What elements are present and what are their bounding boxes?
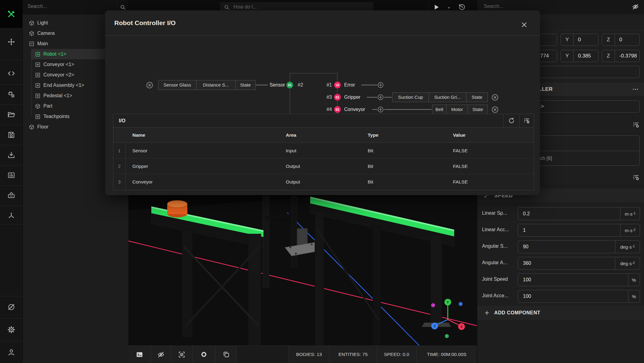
rail-item-simulation-settings[interactable] [7, 91, 15, 99]
play-button[interactable] [432, 3, 440, 11]
column-value[interactable]: Value [446, 132, 534, 138]
hide-button[interactable] [632, 3, 639, 10]
collapse-box-icon[interactable] [29, 41, 35, 47]
port-number: #3 [322, 94, 332, 100]
gripper-port-badge[interactable]: 01 [334, 94, 341, 101]
rail-item-open[interactable] [7, 111, 15, 119]
error-port-badge[interactable]: UI [334, 82, 341, 88]
io-row-conveyor[interactable]: 3 Conveyor Output Bit FALSE [113, 174, 534, 190]
port-number: #1 [322, 82, 332, 88]
rail-item-import[interactable] [7, 151, 15, 159]
close-button[interactable] [520, 21, 528, 29]
chain-segment[interactable]: Belt [432, 105, 447, 114]
expand-box-icon[interactable] [35, 62, 41, 68]
add-list-item-button[interactable] [632, 121, 640, 128]
gizmo-dot-blue[interactable] [459, 302, 463, 306]
rail-item-save[interactable] [7, 131, 15, 139]
add-connection-button[interactable] [377, 82, 384, 88]
dialog-title: Robot Controller I/O [114, 19, 176, 27]
remove-connection-button[interactable] [146, 81, 153, 89]
person-icon [7, 348, 16, 357]
rail-item-code[interactable] [7, 69, 15, 78]
play-icon [432, 3, 440, 11]
rail-item-build-tools[interactable] [0, 0, 23, 28]
io-table-panel: I/O Name Area Type Value 1 Sensor Input … [113, 114, 534, 190]
expand-box-icon[interactable] [35, 93, 41, 99]
cube-icon [29, 31, 35, 36]
rotation-z-field[interactable]: Z-0.3798 [602, 50, 640, 62]
expand-box-icon[interactable] [35, 114, 41, 120]
io-row-sensor[interactable]: 1 Sensor Input Bit FALSE [113, 143, 534, 158]
angular-speed-field[interactable]: 90deg·s-1 [518, 240, 640, 253]
part-cylinder[interactable] [167, 200, 187, 217]
more-options-button[interactable] [632, 86, 639, 93]
record-button[interactable] [193, 346, 215, 363]
console-button[interactable] [128, 346, 151, 363]
refresh-button[interactable] [503, 114, 519, 128]
search-icon[interactable] [120, 4, 126, 10]
linear-accel-row: Linear Acc... 1m·s-2 [477, 224, 644, 237]
remove-connection-button[interactable] [491, 106, 499, 113]
add-connection-button[interactable] [377, 94, 384, 101]
rail-item-toolbox[interactable] [7, 191, 15, 200]
column-area[interactable]: Area [279, 132, 361, 138]
gizmo-dot-green[interactable] [445, 334, 449, 338]
expand-box-icon[interactable] [35, 51, 41, 57]
add-list-item-button[interactable] [632, 174, 640, 181]
rail-item-settings[interactable] [7, 325, 16, 334]
toolbox-icon [7, 191, 15, 200]
position-z-field[interactable]: Z0 [602, 34, 640, 46]
scene-search-input[interactable] [28, 4, 110, 9]
frame-selection-button[interactable] [171, 346, 193, 363]
chain-segment[interactable]: State [236, 80, 255, 90]
duplicate-view-button[interactable] [215, 346, 237, 363]
chain-segment[interactable]: Motor [447, 105, 468, 114]
column-type[interactable]: Type [361, 132, 446, 138]
conveyor-port-badge[interactable]: 01 [334, 106, 341, 113]
add-connection-button[interactable] [377, 106, 384, 113]
joint-accel-field[interactable]: 100% [518, 290, 640, 303]
rail-item-move[interactable] [7, 38, 15, 46]
rotation-y-field[interactable]: Y0.385 [561, 50, 598, 62]
hide-helpers-button[interactable] [151, 346, 171, 363]
chain-segment[interactable]: Suction Cup [392, 93, 429, 102]
io-column-headers: Name Area Type Value [113, 128, 534, 143]
gripper-chain-box[interactable]: Suction Cup Suction Gri... State [392, 92, 488, 102]
rail-item-orbit[interactable] [7, 303, 16, 311]
rail-item-statistics[interactable] [7, 171, 15, 180]
column-name[interactable]: Name [126, 132, 279, 138]
rail-divider [0, 125, 23, 125]
cube-icon [29, 124, 35, 130]
add-component-button[interactable]: ADD COMPONENT [477, 305, 644, 320]
folder-open-icon [7, 111, 15, 119]
help-search-input[interactable] [234, 4, 365, 10]
angular-accel-field[interactable]: 360deg·s-2 [518, 257, 640, 270]
io-row-gripper[interactable]: 2 Gripper Output Bit FALSE [113, 158, 534, 174]
gizmo-dot-magenta[interactable] [431, 303, 435, 307]
gripper-port-label: Gripper [344, 94, 360, 100]
properties-search-input[interactable] [484, 4, 600, 9]
play-options-caret[interactable] [446, 5, 451, 10]
chain-segment[interactable]: State [466, 93, 488, 102]
linear-speed-field[interactable]: 0.2m·s-1 [518, 207, 640, 220]
add-io-button[interactable] [519, 114, 534, 128]
linear-accel-field[interactable]: 1m·s-2 [518, 224, 640, 237]
rail-item-branch[interactable] [7, 212, 15, 220]
expand-box-icon[interactable] [35, 83, 41, 88]
remove-connection-button[interactable] [491, 94, 499, 101]
joint-speed-field[interactable]: 100% [518, 273, 640, 286]
reset-simulation-button[interactable] [458, 3, 466, 11]
rail-item-account[interactable] [7, 348, 16, 357]
sensor-port-badge[interactable]: 01 [286, 82, 293, 88]
chain-segment[interactable]: Suction Gri... [429, 93, 466, 102]
chain-segment[interactable]: State [468, 105, 488, 114]
port-number: #4 [322, 107, 332, 112]
expand-box-icon[interactable] [35, 72, 41, 78]
sensor-chain-box[interactable]: Sensor Glass Distance S... State [158, 80, 256, 90]
x-circle-icon [491, 94, 499, 101]
chain-segment[interactable]: Distance S... [197, 80, 236, 90]
chain-segment[interactable]: Sensor Glass [158, 80, 197, 90]
position-y-field[interactable]: Y0 [561, 34, 598, 46]
joint-speed-row: Joint Speed 100% [477, 273, 644, 286]
conveyor-chain-box[interactable]: Belt Motor State [432, 105, 488, 114]
